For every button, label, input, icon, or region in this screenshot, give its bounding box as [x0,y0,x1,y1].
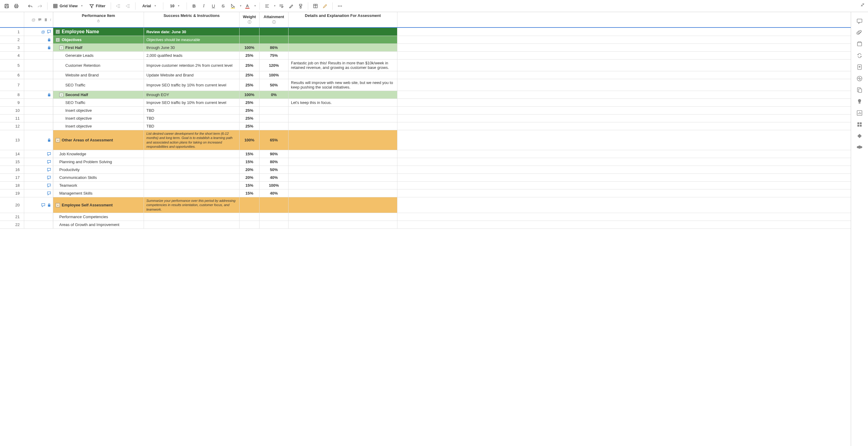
comment-icon[interactable] [41,203,45,207]
row-number[interactable]: 6 [0,71,24,79]
metric-cell[interactable]: through EOY [144,91,240,99]
salesforce-button[interactable] [856,144,863,149]
weight-cell[interactable]: 25% [240,60,259,71]
metric-cell[interactable] [144,166,240,173]
row-number[interactable]: 21 [0,213,24,220]
details-cell[interactable] [288,28,397,36]
attainment-cell[interactable]: 65% [259,130,288,150]
lock-icon[interactable] [47,203,51,207]
metric-cell[interactable]: TBD [144,114,240,122]
row-number[interactable]: 12 [0,123,24,130]
table-row[interactable]: 14Job Knowledge15%90% [0,150,851,158]
attainment-cell[interactable]: 100% [259,182,288,189]
attainment-cell[interactable] [259,213,288,220]
weight-cell[interactable] [240,213,259,220]
details-cell[interactable] [288,197,397,213]
underline-button[interactable]: U [209,2,218,10]
table-row[interactable]: 17Communication Skills20%40% [0,174,851,182]
row-number[interactable]: 7 [0,79,24,91]
metric-cell[interactable]: List desired career development for the … [144,130,240,150]
weight-cell[interactable]: 20% [240,166,259,173]
table-row[interactable]: 19Management Skills15%40% [0,190,851,197]
weight-cell[interactable]: 25% [240,99,259,106]
attainment-cell[interactable]: 80% [259,158,288,166]
table-row[interactable]: 22Areas of Growth and Improvement [0,221,851,229]
text-color-button[interactable]: A [243,2,252,10]
apps-button[interactable] [857,122,863,128]
summary-button[interactable] [857,87,863,93]
details-cell[interactable]: Let's keep this in focus. [288,99,397,106]
metric-cell[interactable] [144,182,240,189]
attainment-cell[interactable] [259,99,288,106]
table-row[interactable]: 5Customer RetentionImprove customer rete… [0,60,851,71]
primary-cell[interactable]: Productivity [53,166,144,173]
weight-cell[interactable] [240,197,259,213]
tips-button[interactable] [857,99,863,105]
table-row[interactable]: 11Insert objectiveTBD25% [0,114,851,123]
attainment-cell[interactable] [259,221,288,229]
weight-cell[interactable]: 100% [240,44,259,52]
row-number[interactable]: 17 [0,174,24,181]
highlight-button[interactable] [321,2,329,10]
row-number[interactable]: 10 [0,107,24,114]
header-weight[interactable]: Weight ⓘ [240,12,259,27]
weight-cell[interactable]: 25% [240,52,259,59]
weight-cell[interactable]: 100% [240,130,259,150]
table-row[interactable]: 18Teamwork15%100% [0,182,851,190]
attainment-cell[interactable] [259,36,288,43]
bold-button[interactable]: B [190,2,198,10]
primary-cell[interactable]: Customer Retention [53,60,144,71]
attachments-panel-button[interactable] [857,30,863,36]
collapse-toggle[interactable]: - [56,30,60,34]
primary-cell[interactable]: -Employee Name [53,28,144,36]
row-number[interactable]: 22 [0,221,24,229]
details-cell[interactable] [288,158,397,166]
row-number[interactable]: 8 [0,91,24,99]
collapse-toggle[interactable]: - [56,138,60,142]
attainment-cell[interactable]: 86% [259,44,288,52]
comment-icon[interactable] [47,191,51,196]
row-number[interactable]: 20 [0,197,24,213]
primary-cell[interactable]: Management Skills [53,190,144,197]
details-cell[interactable] [288,166,397,173]
view-selector[interactable]: Grid View ▼ [51,2,86,10]
details-cell[interactable] [288,36,397,43]
primary-cell[interactable]: Insert objective [53,107,144,114]
primary-cell[interactable]: Insert objective [53,123,144,130]
table-row[interactable]: 12Insert objectiveTBD25% [0,123,851,130]
table-row[interactable]: 13-Other Areas of AssessmentList desired… [0,130,851,150]
primary-cell[interactable]: -Other Areas of Assessment [53,130,144,150]
primary-cell[interactable]: -Objectives [53,36,144,43]
update-requests-button[interactable] [857,53,863,59]
details-cell[interactable] [288,123,397,130]
format-painter-button[interactable] [297,2,305,10]
table-row[interactable]: 1@-Employee NameReview date: June 30 [0,28,851,36]
collapse-toggle[interactable]: - [59,93,63,97]
details-cell[interactable]: Fantastic job on this! Results in more t… [288,60,397,71]
row-number[interactable]: 2 [0,36,24,43]
comment-icon[interactable] [47,160,51,164]
metric-cell[interactable] [144,213,240,220]
italic-button[interactable]: I [199,2,208,10]
print-button[interactable] [12,2,21,10]
collapse-toggle[interactable]: - [56,38,60,42]
at-icon[interactable]: @ [41,30,45,34]
weight-cell[interactable]: 25% [240,107,259,114]
row-number[interactable]: 9 [0,99,24,106]
metric-cell[interactable] [144,150,240,158]
lock-icon[interactable] [47,138,51,142]
attainment-cell[interactable]: 0% [259,91,288,99]
metric-cell[interactable]: Improve SEO traffic by 10% from current … [144,99,240,106]
table-row[interactable]: 6Website and BrandUpdate Website and Bra… [0,71,851,79]
proof-panel-button[interactable] [857,41,863,47]
details-cell[interactable] [288,114,397,122]
row-number[interactable]: 5 [0,60,24,71]
align-button[interactable] [263,2,271,10]
weight-cell[interactable] [240,28,259,36]
table-row[interactable]: 3-First Halfthrough June 30100%86% [0,44,851,52]
outdent-button[interactable] [114,2,123,10]
row-number[interactable]: 19 [0,190,24,197]
details-cell[interactable] [288,107,397,114]
details-cell[interactable] [288,190,397,197]
primary-cell[interactable]: Insert objective [53,114,144,122]
